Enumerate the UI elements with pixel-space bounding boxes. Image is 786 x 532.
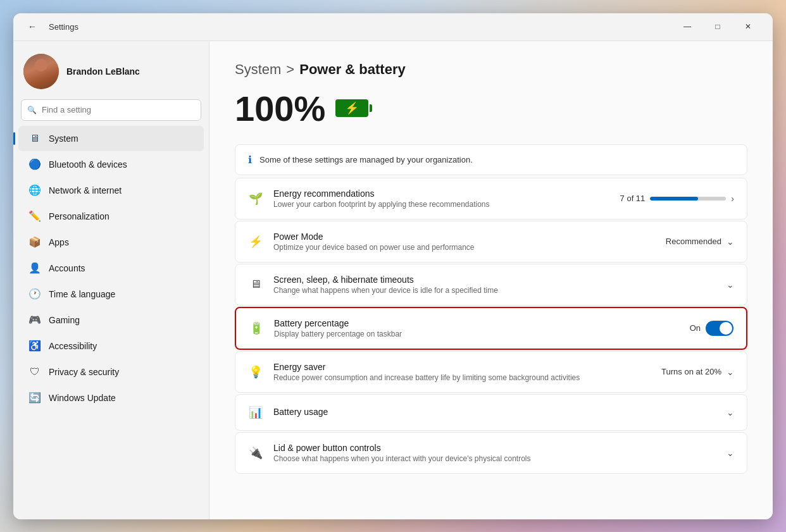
screen-sleep-content: Screen, sleep, & hibernate timeouts Chan… <box>273 275 716 295</box>
maximize-button[interactable]: □ <box>703 16 732 37</box>
energy-progress-bar-container <box>650 197 726 201</box>
bluetooth-icon: 🔵 <box>28 158 41 171</box>
sidebar-item-gaming[interactable]: 🎮 Gaming <box>18 307 204 333</box>
energy-saver-title: Energy saver <box>273 362 651 372</box>
sidebar-item-bluetooth[interactable]: 🔵 Bluetooth & devices <box>18 152 204 177</box>
energy-progress-wrap: 7 of 11 <box>620 194 727 203</box>
battery-percentage-toggle[interactable] <box>706 321 733 336</box>
charging-bolt: ⚡ <box>345 101 359 115</box>
toggle-knob <box>720 322 732 335</box>
search-input[interactable] <box>21 99 201 121</box>
energy-recommendations-chevron: › <box>731 194 734 204</box>
power-mode-desc: Optimize your device based on power use … <box>273 243 656 252</box>
energy-recommendations-icon: 🌱 <box>248 191 263 206</box>
screen-sleep-chevron: ⌄ <box>727 280 734 290</box>
minimize-button[interactable]: — <box>673 16 702 37</box>
energy-progress-bar-fill <box>650 197 698 201</box>
battery-usage-content: Battery usage <box>273 407 716 418</box>
battery-toggle-container: On <box>690 321 733 336</box>
sidebar-label-gaming: Gaming <box>49 315 80 325</box>
info-banner: ℹ Some of these settings are managed by … <box>235 144 747 175</box>
energy-saver-chevron: ⌄ <box>727 367 734 377</box>
sidebar-item-time[interactable]: 🕐 Time & language <box>18 281 204 307</box>
privacy-icon: 🛡 <box>28 366 41 378</box>
settings-card-energy-recommendations[interactable]: 🌱 Energy recommendations Lower your carb… <box>235 178 747 220</box>
settings-card-lid-power[interactable]: 🔌 Lid & power button controls Choose wha… <box>235 432 747 474</box>
user-profile: Brandon LeBlanc <box>13 49 209 99</box>
lid-power-content: Lid & power button controls Choose what … <box>273 443 716 463</box>
titlebar-controls: — □ ✕ <box>673 16 763 37</box>
gaming-icon: 🎮 <box>28 314 41 326</box>
settings-card-battery-usage[interactable]: 📊 Battery usage ⌄ <box>235 394 747 431</box>
lid-power-chevron: ⌄ <box>727 448 734 458</box>
energy-saver-value: Turns on at 20% <box>661 367 721 376</box>
breadcrumb: System > Power & battery <box>235 61 747 78</box>
battery-usage-right: ⌄ <box>727 407 734 418</box>
energy-saver-icon: 💡 <box>248 364 263 380</box>
settings-list: ℹ Some of these settings are managed by … <box>235 144 747 474</box>
energy-saver-content: Energy saver Reduce power consumption an… <box>273 362 651 382</box>
system-icon: 🖥 <box>28 132 41 145</box>
battery-percentage-right: On <box>690 321 733 336</box>
sidebar-label-privacy: Privacy & security <box>49 367 119 377</box>
energy-recommendations-desc: Lower your carbon footprint by applying … <box>273 200 610 209</box>
power-mode-right: Recommended ⌄ <box>666 237 734 247</box>
settings-card-power-mode[interactable]: ⚡ Power Mode Optimize your device based … <box>235 221 747 263</box>
settings-card-screen-sleep[interactable]: 🖥 Screen, sleep, & hibernate timeouts Ch… <box>235 264 747 306</box>
titlebar-title: Settings <box>49 22 78 32</box>
power-mode-content: Power Mode Optimize your device based on… <box>273 232 656 252</box>
sidebar-item-personalization[interactable]: ✏️ Personalization <box>18 204 204 229</box>
sidebar-item-network[interactable]: 🌐 Network & internet <box>18 178 204 203</box>
sidebar-label-system: System <box>49 133 78 144</box>
search-box: 🔍 <box>21 99 201 121</box>
battery-percentage-icon: 🔋 <box>249 321 264 336</box>
energy-progress-text: 7 of 11 <box>620 194 646 203</box>
battery-display: 100% ⚡ <box>235 88 747 129</box>
battery-usage-chevron: ⌄ <box>727 407 734 418</box>
energy-recommendations-content: Energy recommendations Lower your carbon… <box>273 189 610 209</box>
sidebar-item-accessibility[interactable]: ♿ Accessibility <box>18 333 204 359</box>
sidebar-item-accounts[interactable]: 👤 Accounts <box>18 256 204 281</box>
titlebar-left: ← Settings <box>23 18 78 35</box>
accessibility-icon: ♿ <box>28 340 41 352</box>
back-button[interactable]: ← <box>23 18 41 35</box>
lid-power-desc: Choose what happens when you interact wi… <box>273 454 716 463</box>
power-mode-icon: ⚡ <box>248 234 263 249</box>
screen-sleep-icon: 🖥 <box>248 277 263 292</box>
battery-charging-icon: ⚡ <box>335 99 368 117</box>
breadcrumb-separator: > <box>286 61 294 78</box>
info-text: Some of these settings are managed by yo… <box>259 155 473 164</box>
nav-menu: 🖥 System 🔵 Bluetooth & devices 🌐 Network… <box>13 126 209 411</box>
battery-usage-icon: 📊 <box>248 405 263 420</box>
battery-toggle-label: On <box>690 323 701 333</box>
power-mode-title: Power Mode <box>273 232 656 242</box>
network-icon: 🌐 <box>28 184 41 197</box>
settings-card-battery-percentage[interactable]: 🔋 Battery percentage Display battery per… <box>235 307 747 350</box>
settings-card-energy-saver[interactable]: 💡 Energy saver Reduce power consumption … <box>235 351 747 393</box>
sidebar-item-update[interactable]: 🔄 Windows Update <box>18 385 204 411</box>
screen-sleep-title: Screen, sleep, & hibernate timeouts <box>273 275 716 285</box>
energy-saver-desc: Reduce power consumption and increase ba… <box>273 373 651 382</box>
apps-icon: 📦 <box>28 236 41 249</box>
avatar <box>23 54 59 89</box>
sidebar-item-privacy[interactable]: 🛡 Privacy & security <box>18 359 204 385</box>
battery-percentage-display: 100% <box>235 88 325 129</box>
settings-window: ← Settings — □ ✕ Brandon LeBlanc 🔍 <box>13 13 773 519</box>
sidebar-label-time: Time & language <box>49 289 115 299</box>
sidebar-item-apps[interactable]: 📦 Apps <box>18 230 204 255</box>
search-icon: 🔍 <box>27 106 37 114</box>
main-content: System > Power & battery 100% ⚡ ℹ Some o… <box>209 41 773 519</box>
close-button[interactable]: ✕ <box>733 16 763 37</box>
energy-recommendations-title: Energy recommendations <box>273 189 610 199</box>
lid-power-icon: 🔌 <box>248 445 263 461</box>
content-area: Brandon LeBlanc 🔍 🖥 System 🔵 Bluetooth &… <box>13 41 773 519</box>
breadcrumb-parent[interactable]: System <box>235 61 281 78</box>
sidebar-label-personalization: Personalization <box>49 211 109 221</box>
sidebar-item-system[interactable]: 🖥 System <box>18 126 204 151</box>
power-mode-chevron: ⌄ <box>727 237 734 247</box>
personalization-icon: ✏️ <box>28 210 41 223</box>
battery-percentage-desc: Display battery percentage on taskbar <box>274 330 680 338</box>
sidebar-label-update: Windows Update <box>49 393 116 403</box>
time-icon: 🕐 <box>28 288 41 300</box>
screen-sleep-desc: Change what happens when your device is … <box>273 286 716 295</box>
